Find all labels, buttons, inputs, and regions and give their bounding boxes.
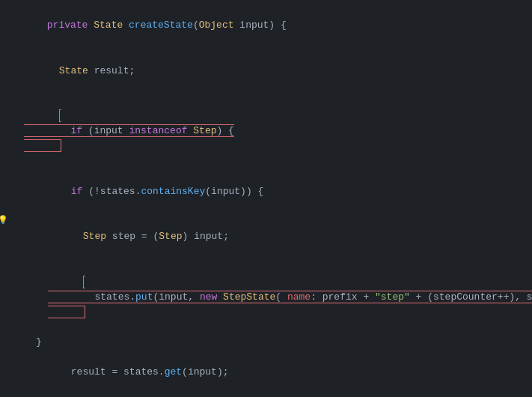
code-line-4: if (!states.containsKey(input)) { (0, 169, 532, 214)
code-line-3: if (input instanceof Step) { (0, 94, 532, 169)
type-state: State (94, 19, 123, 31)
code-editor: private State createState(Object input) … (0, 0, 532, 397)
code-line-8: result = states.get(input); (0, 350, 532, 395)
keyword-private: private (47, 19, 88, 31)
fn-createstate: createState (129, 19, 193, 31)
bulb-icon: 💡 (0, 214, 6, 227)
code-line-2: State result; (0, 48, 532, 93)
code-line-5: 💡 Step step = (Step) input; (0, 214, 532, 259)
code-line-7: } (0, 335, 532, 350)
code-line-1: private State createState(Object input) … (0, 3, 532, 48)
code-line-6: states.put(input, new StepState( name: p… (0, 259, 532, 335)
